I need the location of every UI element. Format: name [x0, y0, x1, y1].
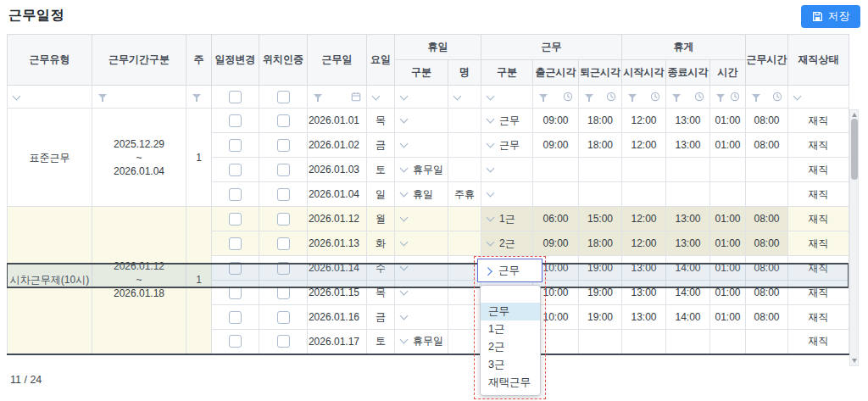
rest-time-cell[interactable]: [710, 158, 746, 182]
scrollbar-thumb[interactable]: [851, 119, 858, 180]
dropdown-option-selected[interactable]: 근무: [481, 303, 540, 320]
filter-holiday-gubun[interactable]: [395, 86, 448, 109]
clock-out-cell[interactable]: 18:00: [579, 231, 622, 256]
rest-time-cell[interactable]: 01:00: [710, 305, 746, 330]
location-auth-cell[interactable]: [259, 231, 308, 256]
rest-end-cell[interactable]: 13:00: [666, 207, 710, 231]
rest-time-cell[interactable]: 01:00: [710, 207, 746, 231]
work-hours-cell[interactable]: 08:00: [746, 133, 788, 158]
rest-time-cell[interactable]: [710, 182, 746, 207]
filter-work-date[interactable]: [308, 86, 367, 109]
holiday-type-cell[interactable]: 휴무일: [395, 330, 448, 354]
work-kind-cell[interactable]: [481, 158, 533, 182]
work-hours-cell[interactable]: 08:00: [746, 109, 788, 133]
clock-in-cell[interactable]: 09:00: [533, 133, 579, 158]
clock-in-cell[interactable]: [533, 182, 579, 207]
clock-out-cell[interactable]: [579, 330, 622, 354]
work-hours-cell[interactable]: [746, 330, 788, 354]
clock-in-cell[interactable]: 06:00: [533, 207, 579, 231]
holiday-type-cell[interactable]: [395, 305, 448, 330]
rest-time-cell[interactable]: 01:00: [710, 109, 746, 133]
save-button[interactable]: 저장: [801, 5, 860, 28]
clock-in-cell[interactable]: 09:00: [533, 231, 579, 256]
filter-clock-in[interactable]: [533, 86, 579, 109]
schedule-change-cell[interactable]: [212, 133, 259, 158]
schedule-change-cell[interactable]: [212, 109, 259, 133]
clock-out-cell[interactable]: [579, 158, 622, 182]
rest-end-cell[interactable]: [666, 182, 710, 207]
filter-holiday-name[interactable]: [448, 86, 481, 109]
work-kind-cell[interactable]: 1근: [481, 207, 533, 231]
location-auth-cell[interactable]: [259, 133, 308, 158]
work-hours-cell[interactable]: 08:00: [746, 231, 788, 256]
location-auth-cell[interactable]: [259, 207, 308, 231]
rest-start-cell[interactable]: 12:00: [622, 133, 666, 158]
rest-end-cell[interactable]: 13:00: [666, 109, 710, 133]
scroll-up-icon[interactable]: [852, 113, 857, 117]
dropdown-option-blank[interactable]: [481, 288, 540, 303]
filter-rest-end[interactable]: [666, 86, 710, 109]
filter-work-hours[interactable]: [746, 86, 788, 109]
location-auth-cell[interactable]: [259, 158, 308, 182]
work-kind-cell[interactable]: [481, 182, 533, 207]
dropdown-option[interactable]: 1근: [481, 320, 540, 338]
filter-work-gubun[interactable]: [481, 86, 533, 109]
work-hours-cell[interactable]: 08:00: [746, 207, 788, 231]
rest-start-cell[interactable]: [622, 158, 666, 182]
rest-time-cell[interactable]: 01:00: [710, 231, 746, 256]
work-hours-cell[interactable]: 08:00: [746, 305, 788, 330]
clock-out-cell[interactable]: [579, 182, 622, 207]
filter-dow[interactable]: [367, 86, 395, 109]
rest-start-cell[interactable]: 12:00: [622, 231, 666, 256]
work-kind-cell[interactable]: 2근: [481, 231, 533, 256]
location-auth-cell[interactable]: [259, 305, 308, 330]
work-hours-cell[interactable]: [746, 182, 788, 207]
work-kind-cell[interactable]: 근무: [481, 133, 533, 158]
location-auth-cell[interactable]: [259, 330, 308, 354]
schedule-change-cell[interactable]: [212, 330, 259, 354]
location-auth-cell[interactable]: [259, 109, 308, 133]
location-auth-cell[interactable]: [259, 182, 308, 207]
clock-out-cell[interactable]: 19:00: [579, 305, 622, 330]
holiday-type-cell[interactable]: [395, 109, 448, 133]
vertical-scrollbar[interactable]: [849, 109, 859, 366]
work-kind-combo-editor[interactable]: 근무: [477, 259, 542, 282]
work-kind-cell[interactable]: 근무: [481, 109, 533, 133]
rest-start-cell[interactable]: 12:00: [622, 207, 666, 231]
rest-start-cell[interactable]: 13:00: [622, 305, 666, 330]
rest-time-cell[interactable]: [710, 330, 746, 354]
clock-out-cell[interactable]: 18:00: [579, 109, 622, 133]
schedule-change-cell[interactable]: [212, 158, 259, 182]
work-hours-cell[interactable]: [746, 158, 788, 182]
rest-start-cell[interactable]: [622, 182, 666, 207]
clock-in-cell[interactable]: [533, 158, 579, 182]
schedule-change-cell[interactable]: [212, 305, 259, 330]
filter-work-type[interactable]: [8, 86, 92, 109]
dropdown-option[interactable]: 3근: [481, 356, 540, 374]
scroll-down-icon[interactable]: [852, 359, 857, 363]
filter-location-auth-checkbox[interactable]: [259, 86, 308, 109]
holiday-type-cell[interactable]: [395, 207, 448, 231]
clock-out-cell[interactable]: 18:00: [579, 133, 622, 158]
holiday-type-cell[interactable]: [395, 133, 448, 158]
rest-time-cell[interactable]: 01:00: [710, 133, 746, 158]
filter-rest-time[interactable]: [710, 86, 746, 109]
holiday-type-cell[interactable]: 휴무일: [395, 158, 448, 182]
filter-schedule-change-checkbox[interactable]: [212, 86, 259, 109]
rest-start-cell[interactable]: 12:00: [622, 109, 666, 133]
schedule-change-cell[interactable]: [212, 207, 259, 231]
schedule-change-cell[interactable]: [212, 231, 259, 256]
schedule-change-cell[interactable]: [212, 182, 259, 207]
rest-end-cell[interactable]: 13:00: [666, 133, 710, 158]
filter-status[interactable]: [788, 86, 849, 109]
filter-week[interactable]: [186, 86, 212, 109]
dropdown-option[interactable]: 재택근무: [481, 374, 540, 392]
filter-rest-start[interactable]: [622, 86, 666, 109]
holiday-type-cell[interactable]: [395, 231, 448, 256]
filter-clock-out[interactable]: [579, 86, 622, 109]
rest-end-cell[interactable]: [666, 330, 710, 354]
rest-start-cell[interactable]: [622, 330, 666, 354]
filter-work-period[interactable]: [92, 86, 186, 109]
holiday-type-cell[interactable]: 휴일: [395, 182, 448, 207]
rest-end-cell[interactable]: 13:00: [666, 231, 710, 256]
